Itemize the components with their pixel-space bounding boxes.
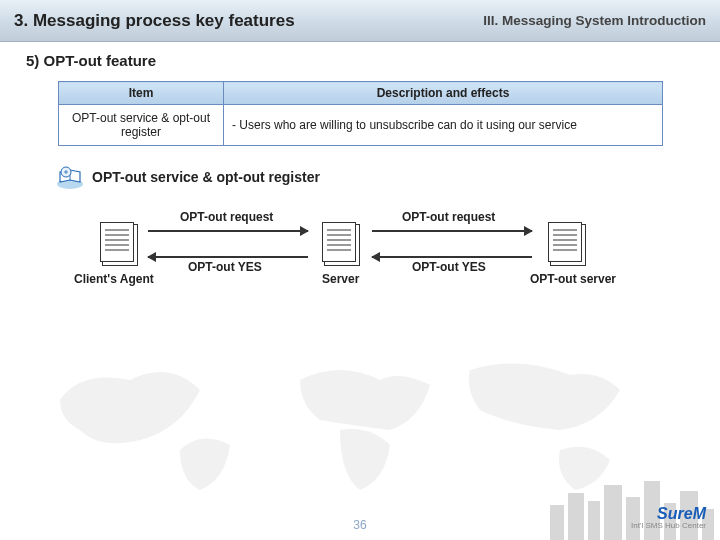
section-heading-text: OPT-out service & opt-out register (92, 169, 320, 185)
node-client-agent: Client's Agent (74, 272, 154, 286)
table-header-desc: Description and effects (224, 82, 663, 105)
book-icon (56, 164, 84, 190)
document-icon (548, 222, 582, 262)
label-yes-2: OPT-out YES (412, 260, 486, 274)
title-left: 3. Messaging process key features (14, 11, 295, 31)
arrow-right-icon (372, 230, 532, 232)
label-request-2: OPT-out request (402, 210, 495, 224)
title-right: III. Messaging System Introduction (483, 13, 706, 28)
page-number: 36 (0, 518, 720, 532)
table-cell-item: OPT-out service & opt-out register (59, 105, 224, 146)
node-server: Server (322, 272, 359, 286)
document-icon (322, 222, 356, 262)
slide-header: 3. Messaging process key features III. M… (0, 0, 720, 42)
node-optout-server: OPT-out server (530, 272, 616, 286)
section-heading: OPT-out service & opt-out register (56, 164, 720, 190)
subheading: 5) OPT-out feature (0, 42, 720, 77)
label-request-1: OPT-out request (180, 210, 273, 224)
svg-rect-3 (568, 493, 584, 540)
brand-tagline: Int'l SMS Hub Center (631, 522, 706, 530)
table-cell-desc: - Users who are willing to unsubscribe c… (224, 105, 663, 146)
world-map-bg (0, 330, 720, 520)
arrow-left-icon (372, 256, 532, 258)
table-row: OPT-out service & opt-out register - Use… (59, 105, 663, 146)
label-yes-1: OPT-out YES (188, 260, 262, 274)
arrow-left-icon (148, 256, 308, 258)
document-icon (100, 222, 134, 262)
table-header-item: Item (59, 82, 224, 105)
flow-diagram: Client's Agent OPT-out request OPT-out Y… (40, 200, 680, 330)
description-table: Item Description and effects OPT-out ser… (58, 81, 663, 146)
arrow-right-icon (148, 230, 308, 232)
brand-name: SureM (657, 505, 706, 522)
brand-logo: SureM Int'l SMS Hub Center (631, 506, 706, 530)
